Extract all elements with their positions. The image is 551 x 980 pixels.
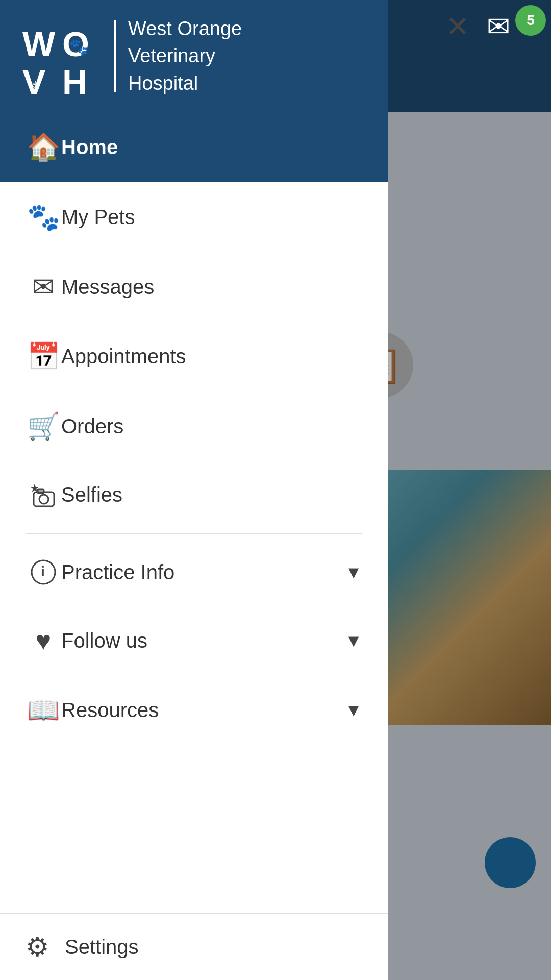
- orders-icon: 🛒: [26, 411, 61, 442]
- nav-divider: [26, 533, 362, 534]
- nav-item-orders[interactable]: 🛒 Orders: [0, 391, 388, 461]
- follow-us-chevron: ▼: [345, 631, 362, 651]
- nav-item-messages[interactable]: ✉ Messages: [0, 252, 388, 322]
- logo-box: W O 🐾 V ⚕ H West Orange Veterinary Hos: [20, 15, 242, 97]
- nav-label-practice-info: Practice Info: [61, 561, 340, 584]
- nav-label-resources: Resources: [61, 699, 340, 722]
- appointments-icon: 📅: [26, 341, 61, 372]
- notification-badge: 5: [515, 5, 546, 36]
- practice-info-icon: i: [26, 558, 61, 586]
- nav-item-my-pets[interactable]: 🐾 My Pets: [0, 182, 388, 252]
- nav-item-selfies[interactable]: ★ Selfies: [0, 461, 388, 528]
- nav-label-orders: Orders: [61, 415, 362, 438]
- logo-svg: W O 🐾 V ⚕ H: [20, 15, 102, 97]
- svg-text:⚕: ⚕: [32, 79, 39, 94]
- svg-text:H: H: [62, 63, 87, 97]
- paw-icon: 🐾: [26, 202, 61, 233]
- logo-text: West Orange Veterinary Hospital: [128, 15, 242, 97]
- nav-label-follow-us: Follow us: [61, 629, 340, 652]
- svg-text:i: i: [41, 564, 45, 579]
- messages-icon: ✉: [26, 272, 61, 302]
- settings-icon: ⚙: [26, 932, 49, 962]
- logo-divider: [114, 20, 116, 92]
- practice-info-chevron: ▼: [345, 562, 362, 582]
- drawer-header: W O 🐾 V ⚕ H West Orange Veterinary Hos: [0, 0, 388, 112]
- nav-item-follow-us[interactable]: ♥ Follow us ▼: [0, 606, 388, 675]
- resources-chevron: ▼: [345, 700, 362, 720]
- logo-icon: W O 🐾 V ⚕ H: [20, 15, 102, 97]
- nav-item-resources[interactable]: 📖 Resources ▼: [0, 675, 388, 745]
- selfies-camera-icon: ★: [30, 481, 58, 509]
- home-icon: 🏠: [26, 132, 61, 163]
- settings-label: Settings: [65, 936, 139, 959]
- nav-label-appointments: Appointments: [61, 345, 362, 368]
- nav-label-home: Home: [61, 136, 362, 159]
- svg-point-8: [39, 495, 48, 504]
- nav-label-my-pets: My Pets: [61, 206, 362, 229]
- svg-text:🐾: 🐾: [69, 38, 89, 56]
- drawer-nav: 🏠 Home 🐾 My Pets ✉ Messages 📅 Appointmen…: [0, 112, 388, 913]
- resources-icon: 📖: [26, 695, 61, 726]
- nav-item-practice-info[interactable]: i Practice Info ▼: [0, 539, 388, 606]
- close-button[interactable]: ✕: [446, 10, 469, 43]
- drawer-footer-settings[interactable]: ⚙ Settings: [0, 913, 388, 980]
- follow-us-icon: ♥: [26, 625, 61, 656]
- nav-item-home[interactable]: 🏠 Home: [0, 112, 388, 182]
- selfies-icon: ★: [26, 481, 61, 509]
- mail-icon-bg: ✉: [487, 10, 510, 43]
- svg-text:W: W: [22, 24, 56, 63]
- nav-label-messages: Messages: [61, 276, 362, 299]
- nav-item-appointments[interactable]: 📅 Appointments: [0, 322, 388, 391]
- nav-label-selfies: Selfies: [61, 483, 362, 506]
- side-drawer: W O 🐾 V ⚕ H West Orange Veterinary Hos: [0, 0, 388, 980]
